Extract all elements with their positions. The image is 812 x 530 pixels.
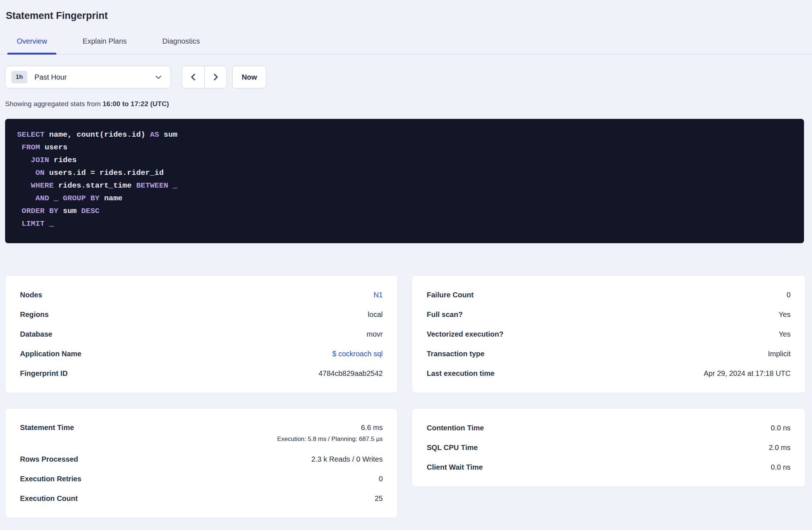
last-execution-time-label: Last execution time bbox=[427, 369, 495, 378]
time-range-picker[interactable]: 1h Past Hour bbox=[5, 66, 171, 88]
client-wait-time-label: Client Wait Time bbox=[427, 462, 483, 472]
fingerprint-id-value: 4784cb829aab2542 bbox=[318, 369, 383, 378]
time-range-badge: 1h bbox=[11, 71, 27, 83]
row-fingerprint-id: Fingerprint ID 4784cb829aab2542 bbox=[20, 364, 383, 383]
regions-value: local bbox=[368, 310, 383, 320]
statement-time-breakdown: Execution: 5.8 ms / Planning: 687.5 µs bbox=[277, 435, 383, 443]
client-wait-time-value: 0.0 ns bbox=[771, 462, 791, 472]
application-name-value-link[interactable]: $ cockroach sql bbox=[332, 349, 383, 359]
sql-cpu-time-value: 2.0 ms bbox=[769, 443, 791, 453]
nodes-value-link[interactable]: N1 bbox=[373, 290, 383, 300]
execution-count-value: 25 bbox=[375, 494, 383, 503]
row-full-scan: Full scan? Yes bbox=[427, 305, 791, 324]
regions-label: Regions bbox=[20, 310, 49, 320]
tab-overview-label: Overview bbox=[17, 37, 47, 45]
stats-cards-grid: Nodes N1 Regions local Database movr App… bbox=[5, 275, 807, 523]
tab-explain-plans-label: Explain Plans bbox=[83, 37, 126, 45]
execution-count-label: Execution Count bbox=[20, 494, 78, 503]
time-step-group bbox=[182, 66, 227, 88]
statement-timing-card: Statement Time 6.6 ms Execution: 5.8 ms … bbox=[5, 408, 398, 518]
row-transaction-type: Transaction type Implicit bbox=[427, 344, 791, 364]
row-execution-count: Execution Count 25 bbox=[20, 489, 383, 508]
rows-processed-label: Rows Processed bbox=[20, 454, 78, 464]
time-controls: 1h Past Hour Now bbox=[5, 66, 807, 88]
row-sql-cpu-time: SQL CPU Time 2.0 ms bbox=[427, 438, 791, 457]
failure-count-value: 0 bbox=[787, 290, 791, 300]
row-regions: Regions local bbox=[20, 305, 383, 324]
tab-diagnostics-label: Diagnostics bbox=[162, 37, 200, 45]
vectorized-execution-value: Yes bbox=[779, 329, 791, 339]
tab-diagnostics[interactable]: Diagnostics bbox=[153, 36, 209, 54]
nodes-label: Nodes bbox=[20, 290, 42, 300]
database-label: Database bbox=[20, 329, 52, 339]
row-rows-processed: Rows Processed 2.3 k Reads / 0 Writes bbox=[20, 449, 383, 469]
rows-processed-value: 2.3 k Reads / 0 Writes bbox=[311, 454, 383, 464]
row-application-name: Application Name $ cockroach sql bbox=[20, 344, 383, 364]
time-range-label: Past Hour bbox=[35, 73, 154, 81]
aggregated-stats-line: Showing aggregated stats from 16:00 to 1… bbox=[5, 100, 807, 108]
chevron-right-icon bbox=[211, 73, 220, 81]
now-button[interactable]: Now bbox=[232, 66, 266, 88]
transaction-type-label: Transaction type bbox=[427, 349, 485, 359]
row-client-wait-time: Client Wait Time 0.0 ns bbox=[427, 457, 791, 477]
failure-count-label: Failure Count bbox=[427, 290, 474, 300]
chevron-down-icon bbox=[154, 73, 162, 81]
statement-info-card: Nodes N1 Regions local Database movr App… bbox=[5, 275, 398, 393]
transaction-type-value: Implicit bbox=[768, 349, 791, 359]
full-scan-value: Yes bbox=[779, 310, 791, 320]
fingerprint-id-label: Fingerprint ID bbox=[20, 369, 68, 378]
statement-time-value: 6.6 ms bbox=[277, 423, 383, 433]
last-execution-time-value: Apr 29, 2024 at 17:18 UTC bbox=[704, 369, 791, 378]
tab-explain-plans[interactable]: Explain Plans bbox=[73, 36, 136, 54]
execution-retries-label: Execution Retries bbox=[20, 474, 81, 484]
row-last-execution-time: Last execution time Apr 29, 2024 at 17:1… bbox=[427, 364, 791, 383]
row-statement-time: Statement Time 6.6 ms Execution: 5.8 ms … bbox=[20, 418, 383, 449]
sql-statement-box: SELECT name, count(rides.id) AS sum FROM… bbox=[5, 119, 804, 243]
tab-overview[interactable]: Overview bbox=[7, 36, 56, 54]
contention-time-label: Contention Time bbox=[427, 423, 484, 433]
row-failure-count: Failure Count 0 bbox=[427, 285, 791, 305]
row-vectorized-execution: Vectorized execution? Yes bbox=[427, 324, 791, 344]
tab-bar: Overview Explain Plans Diagnostics bbox=[0, 36, 812, 55]
statement-fingerprint-page: Statement Fingerprint Overview Explain P… bbox=[0, 0, 812, 530]
full-scan-label: Full scan? bbox=[427, 310, 463, 320]
row-nodes: Nodes N1 bbox=[20, 285, 383, 305]
execution-retries-value: 0 bbox=[379, 474, 383, 484]
row-execution-retries: Execution Retries 0 bbox=[20, 469, 383, 489]
application-name-label: Application Name bbox=[20, 349, 81, 359]
database-value: movr bbox=[367, 329, 383, 339]
row-contention-time: Contention Time 0.0 ns bbox=[427, 418, 791, 438]
execution-attributes-card: Failure Count 0 Full scan? Yes Vectorize… bbox=[412, 275, 805, 393]
aggregated-stats-prefix: Showing aggregated stats from bbox=[5, 100, 102, 108]
contention-time-value: 0.0 ns bbox=[771, 423, 791, 433]
sql-cpu-time-label: SQL CPU Time bbox=[427, 443, 478, 453]
page-title: Statement Fingerprint bbox=[6, 0, 807, 22]
vectorized-execution-label: Vectorized execution? bbox=[427, 329, 503, 339]
wait-times-card: Contention Time 0.0 ns SQL CPU Time 2.0 … bbox=[412, 408, 805, 487]
row-database: Database movr bbox=[20, 324, 383, 344]
statement-time-value-group: 6.6 ms Execution: 5.8 ms / Planning: 687… bbox=[277, 423, 383, 443]
chevron-left-icon bbox=[189, 73, 198, 81]
sql-statement-code: SELECT name, count(rides.id) AS sum FROM… bbox=[17, 128, 792, 230]
aggregated-stats-range: 16:00 to 17:22 (UTC) bbox=[102, 100, 169, 108]
previous-time-range-button[interactable] bbox=[182, 66, 204, 88]
next-time-range-button[interactable] bbox=[204, 66, 226, 88]
statement-time-label: Statement Time bbox=[20, 423, 74, 433]
